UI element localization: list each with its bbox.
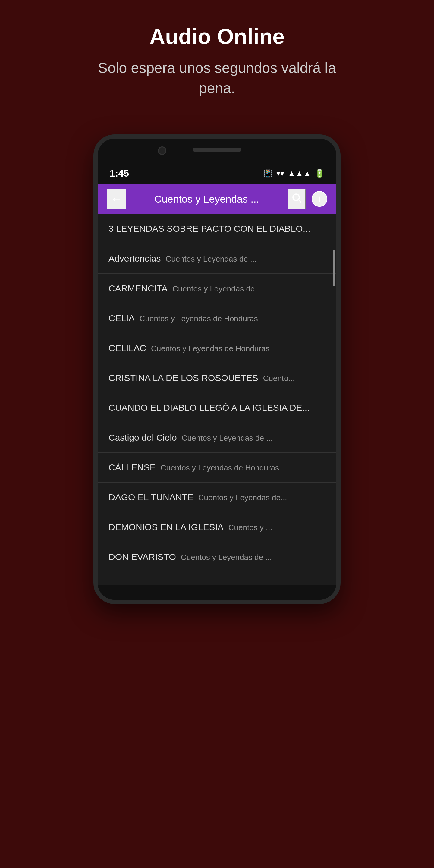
list-item-subtitle: Cuentos y Leyendas de ... <box>173 284 264 293</box>
info-button[interactable]: i <box>312 191 327 207</box>
list-item[interactable]: CELIA Cuentos y Leyendas de Honduras <box>98 304 336 333</box>
svg-line-1 <box>299 200 301 202</box>
list-item-title: 3 LEYENDAS SOBRE PACTO CON EL DIABLO... <box>108 224 326 234</box>
list-item-subtitle: Cuentos y Leyendas de ... <box>181 553 272 562</box>
phone-camera <box>158 147 166 155</box>
list-container: 3 LEYENDAS SOBRE PACTO CON EL DIABLO... … <box>98 214 336 585</box>
search-button[interactable] <box>287 189 306 210</box>
list-item-subtitle: Cuentos y Leyendas de... <box>198 493 287 502</box>
status-bar: 1:45 📳 ▾▾ ▲▲▲ 🔋 <box>98 163 336 184</box>
toolbar: ← Cuentos y Leyendas ... i <box>98 184 336 214</box>
list-item-title: CELILAC <box>108 343 146 353</box>
phone-notch <box>98 138 336 163</box>
list-item-subtitle: Cuentos y ... <box>228 523 273 532</box>
list-item-title: Advertencias <box>108 253 161 264</box>
list-item-title: DON EVARISTO <box>108 552 176 562</box>
status-icons: 📳 ▾▾ ▲▲▲ 🔋 <box>263 169 324 178</box>
list-item-subtitle: Cuentos y Leyendas de ... <box>182 433 273 443</box>
list-item[interactable]: DAGO EL TUNANTE Cuentos y Leyendas de... <box>98 483 336 513</box>
status-time: 1:45 <box>110 168 129 179</box>
phone-speaker <box>193 148 241 152</box>
list-item-title: CÁLLENSE <box>108 462 156 472</box>
phone-bottom-bar <box>98 585 336 600</box>
list-item-subtitle: Cuentos y Leyendas de Honduras <box>151 344 270 353</box>
battery-icon: 🔋 <box>315 169 324 178</box>
list-item[interactable]: CRISTINA LA DE LOS ROSQUETES Cuento... <box>98 363 336 393</box>
scrollbar[interactable] <box>333 250 335 286</box>
list-item-title: DEMONIOS EN LA IGLESIA <box>108 522 224 532</box>
list-item[interactable]: CELILAC Cuentos y Leyendas de Honduras <box>98 333 336 363</box>
list-item[interactable]: Advertencias Cuentos y Leyendas de ... <box>98 244 336 274</box>
list-item-subtitle: Cuentos y Leyendas de Honduras <box>161 463 279 472</box>
list-item[interactable]: CARMENCITA Cuentos y Leyendas de ... <box>98 274 336 304</box>
list-item-subtitle: Cuento... <box>263 374 295 383</box>
list-item-title: DAGO EL TUNANTE <box>108 492 193 502</box>
list-item[interactable]: CUANDO EL DIABLO LLEGÓ A LA IGLESIA DE..… <box>98 393 336 423</box>
list-item-title: CARMENCITA <box>108 283 167 293</box>
list-item[interactable]: 3 LEYENDAS SOBRE PACTO CON EL DIABLO... <box>98 214 336 244</box>
phone-mockup: 1:45 📳 ▾▾ ▲▲▲ 🔋 ← Cuentos y Leyendas ... <box>93 134 341 604</box>
list-item-title: CRISTINA LA DE LOS ROSQUETES <box>108 373 258 383</box>
toolbar-title: Cuentos y Leyendas ... <box>132 193 281 205</box>
list-item-title: CELIA <box>108 313 135 323</box>
app-title: Audio Online <box>150 24 284 49</box>
list-item-title: Castigo del Cielo <box>108 433 177 443</box>
list-item[interactable]: DON EVARISTO Cuentos y Leyendas de ... <box>98 542 336 572</box>
signal-icon: ▲▲▲ <box>288 169 311 178</box>
app-subtitle: Solo espera unos segundos valdrá la pena… <box>82 58 352 98</box>
list-item-subtitle: Cuentos y Leyendas de Honduras <box>140 314 258 323</box>
list-item[interactable]: DEMONIOS EN LA IGLESIA Cuentos y ... <box>98 513 336 542</box>
list-item-title: CUANDO EL DIABLO LLEGÓ A LA IGLESIA DE..… <box>108 403 326 413</box>
list-item-subtitle: Cuentos y Leyendas de ... <box>165 254 256 264</box>
svg-point-0 <box>293 194 299 200</box>
vibrate-icon: 📳 <box>263 169 273 178</box>
list-item[interactable]: Castigo del Cielo Cuentos y Leyendas de … <box>98 423 336 453</box>
list-item[interactable]: CÁLLENSE Cuentos y Leyendas de Honduras <box>98 453 336 483</box>
wifi-icon: ▾▾ <box>276 169 284 178</box>
back-button[interactable]: ← <box>107 189 126 210</box>
